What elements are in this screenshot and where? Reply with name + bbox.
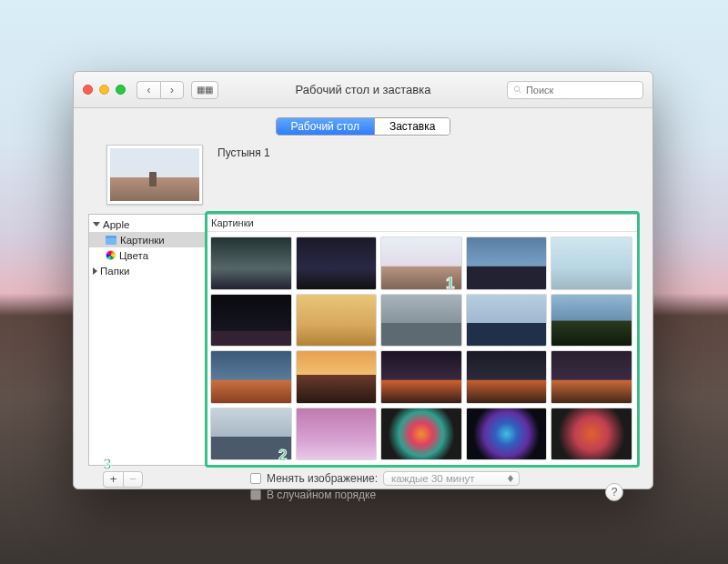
- minimize-icon[interactable]: [99, 85, 109, 95]
- thumbnails-scroll[interactable]: [206, 232, 637, 465]
- grid-icon: ▦▦: [197, 85, 213, 95]
- help-button[interactable]: ?: [605, 483, 623, 501]
- source-sidebar: Apple Картинки Цвета Папки: [89, 215, 206, 465]
- random-order-checkbox[interactable]: [250, 489, 261, 500]
- wallpaper-thumb[interactable]: [551, 351, 632, 403]
- sidebar-label: Apple: [103, 219, 129, 230]
- wallpaper-thumb[interactable]: [381, 351, 461, 403]
- sidebar-label: Картинки: [120, 235, 165, 246]
- select-value: каждые 30 минут: [391, 473, 475, 484]
- back-button[interactable]: ‹: [136, 81, 160, 99]
- wallpaper-thumb[interactable]: [211, 237, 291, 289]
- thumbnails-pane: Картинки: [206, 215, 637, 465]
- change-picture-row: Менять изображение: каждые 30 минут: [250, 471, 520, 486]
- random-order-row: В случайном порядке: [250, 488, 520, 501]
- wallpaper-thumb[interactable]: [297, 295, 377, 347]
- tabs-row: Рабочий стол Заставка: [74, 108, 652, 141]
- tab-segment: Рабочий стол Заставка: [276, 117, 451, 136]
- wallpaper-thumb[interactable]: [297, 237, 377, 289]
- remove-folder-button[interactable]: −: [123, 471, 143, 488]
- zoom-icon[interactable]: [116, 85, 126, 95]
- thumbnails-grid: [206, 232, 637, 465]
- wallpaper-thumb[interactable]: [467, 408, 547, 460]
- wallpaper-thumb[interactable]: [381, 408, 461, 460]
- svg-line-1: [519, 91, 521, 93]
- wallpaper-image: [110, 148, 199, 201]
- change-picture-checkbox[interactable]: [250, 473, 261, 484]
- thumbnails-header: Картинки: [206, 215, 637, 232]
- wallpaper-thumb[interactable]: [467, 295, 547, 347]
- wallpaper-thumb[interactable]: [211, 408, 291, 460]
- search-icon: [513, 85, 522, 95]
- wallpaper-thumb[interactable]: [211, 295, 291, 347]
- nav-buttons: ‹ ›: [136, 81, 184, 99]
- tab-screensaver[interactable]: Заставка: [374, 118, 450, 135]
- search-input[interactable]: [526, 85, 637, 96]
- wallpaper-thumb[interactable]: [467, 237, 547, 289]
- wallpaper-thumb[interactable]: [467, 351, 547, 403]
- sidebar-item-pictures[interactable]: Картинки: [89, 232, 205, 247]
- sidebar-label: Цвета: [119, 250, 148, 261]
- chevron-down-icon: [93, 222, 100, 227]
- random-order-label: В случайном порядке: [267, 488, 376, 501]
- add-folder-button[interactable]: +: [103, 471, 123, 488]
- wallpaper-thumb[interactable]: [297, 408, 377, 460]
- search-field[interactable]: [507, 81, 643, 99]
- sidebar-item-apple[interactable]: Apple: [89, 217, 205, 232]
- add-remove-buttons: + −: [103, 471, 143, 488]
- wallpaper-thumb[interactable]: [381, 237, 461, 289]
- forward-button[interactable]: ›: [160, 81, 184, 99]
- wallpaper-thumb[interactable]: [551, 295, 632, 347]
- wallpaper-thumb[interactable]: [211, 351, 291, 403]
- prefs-window: ‹ › ▦▦ Рабочий стол и заставка Рабочий с…: [73, 71, 653, 489]
- wallpaper-thumb[interactable]: [551, 408, 632, 460]
- sidebar-item-colors[interactable]: Цвета: [89, 247, 205, 263]
- content: Пустыня 1 Apple Картинки Цвета Папк: [74, 141, 652, 512]
- traffic-lights: [83, 85, 126, 95]
- folder-icon: [106, 236, 116, 245]
- close-icon[interactable]: [83, 85, 93, 95]
- chevron-right-icon: [93, 267, 97, 275]
- sidebar-label: Папки: [100, 266, 129, 277]
- titlebar: ‹ › ▦▦ Рабочий стол и заставка: [74, 72, 652, 108]
- sidebar-item-folders[interactable]: Папки: [89, 263, 205, 278]
- wallpaper-thumb[interactable]: [381, 295, 461, 347]
- svg-point-0: [514, 86, 520, 92]
- wallpaper-thumb[interactable]: [297, 351, 377, 403]
- current-wallpaper-name: Пустыня 1: [217, 145, 270, 159]
- wallpaper-thumb[interactable]: [551, 237, 632, 289]
- current-wallpaper-preview: [106, 145, 203, 205]
- change-options: Менять изображение: каждые 30 минут В сл…: [250, 471, 520, 501]
- change-picture-label: Менять изображение:: [267, 472, 378, 485]
- current-wallpaper-row: Пустыня 1: [88, 141, 638, 214]
- color-wheel-icon: [106, 250, 116, 260]
- wallpaper-browser: Apple Картинки Цвета Папки Картинки: [88, 214, 638, 466]
- footer: + − Менять изображение: каждые 30 минут …: [88, 466, 638, 512]
- change-interval-select[interactable]: каждые 30 минут: [383, 471, 520, 486]
- show-all-button[interactable]: ▦▦: [191, 81, 218, 99]
- tab-desktop[interactable]: Рабочий стол: [277, 118, 374, 135]
